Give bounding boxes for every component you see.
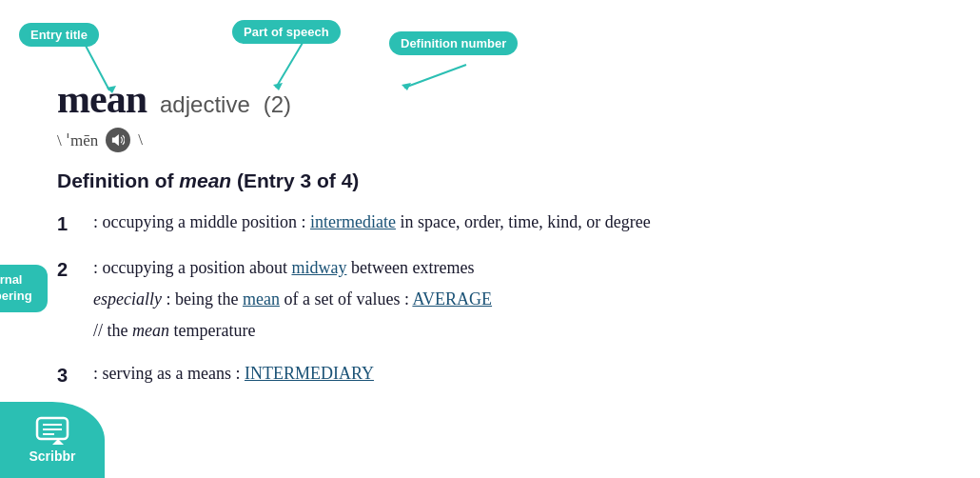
- internal-numbering-label: Internalnumbering: [0, 272, 32, 303]
- def-link-mean[interactable]: mean: [243, 289, 280, 309]
- scribbr-icon: [35, 416, 69, 445]
- def-text-1: : occupying a middle position : intermed…: [93, 209, 942, 238]
- def-sub-2: especially : being the mean of a set of …: [93, 287, 942, 312]
- entry-num: (2): [264, 91, 291, 118]
- scribbr-logo: Scribbr: [0, 402, 105, 478]
- part-of-speech-bubble: Part of speech: [232, 20, 341, 44]
- main-content: mean adjective (2) \ ˈmēn \ Definition o…: [57, 76, 942, 407]
- definition-number-label: Definition number: [401, 36, 506, 50]
- def-link-intermediary[interactable]: INTERMEDIARY: [245, 364, 374, 383]
- def-comment-prefix: // the: [93, 321, 132, 340]
- entry-pos: adjective: [160, 91, 250, 118]
- def-link-intermediate[interactable]: intermediate: [310, 212, 396, 231]
- entry-word: mean: [57, 76, 147, 122]
- part-of-speech-label: Part of speech: [244, 25, 329, 39]
- entry-title-bubble: Entry title: [19, 23, 99, 47]
- def-text-3: : serving as a means : INTERMEDIARY: [93, 361, 942, 389]
- definition-list: 1 : occupying a middle position : interm…: [57, 209, 942, 389]
- internal-numbering-bubble: Internalnumbering: [0, 265, 48, 312]
- sound-button[interactable]: [106, 128, 130, 152]
- definition-item-1: 1 : occupying a middle position : interm…: [57, 209, 942, 238]
- definition-header: Definition of mean (Entry 3 of 4): [57, 169, 942, 192]
- definition-item-2: Internalnumbering 2 : occupying a positi…: [0, 255, 942, 344]
- pronunciation-close: \: [138, 130, 143, 149]
- def-number-1: 1: [57, 209, 76, 238]
- pronunciation-line: \ ˈmēn \: [57, 128, 942, 152]
- scribbr-label: Scribbr: [29, 448, 75, 464]
- entry-heading: mean adjective (2): [57, 76, 942, 122]
- def-sub-2b: // the mean temperature: [93, 318, 942, 344]
- pronunciation-text: \ ˈmēn: [57, 130, 98, 150]
- def-sub-especially: especially: [93, 289, 162, 309]
- def-header-word: mean: [179, 169, 231, 191]
- def-number-3: 3: [57, 361, 76, 389]
- def-link-average[interactable]: AVERAGE: [412, 289, 492, 309]
- def-link-midway[interactable]: midway: [291, 258, 346, 277]
- definition-number-bubble: Definition number: [389, 31, 518, 55]
- def-mean-italic: mean: [132, 321, 169, 340]
- def-text-2: : occupying a position about midway betw…: [93, 255, 942, 344]
- definition-item-3: 3 : serving as a means : INTERMEDIARY: [57, 361, 942, 389]
- entry-title-label: Entry title: [30, 28, 88, 42]
- def-number-2: 2: [57, 255, 76, 344]
